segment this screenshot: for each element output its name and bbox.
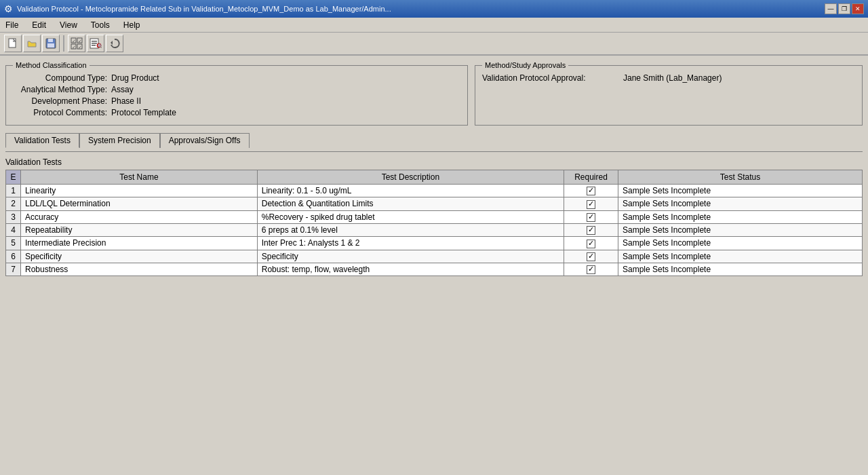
test-description-cell: %Recovery - spiked drug tablet [257, 210, 564, 223]
table-row: 4Repeatability6 preps at 0.1% levelSampl… [6, 223, 863, 236]
method-classification-panel: Method Classification Compound Type: Dru… [5, 61, 468, 126]
test-description-cell: Detection & Quantitation Limits [257, 197, 564, 210]
required-cell[interactable] [564, 223, 618, 236]
protocol-comments-label: Protocol Comments: [13, 108, 111, 117]
required-checkbox[interactable] [587, 240, 595, 248]
test-name-cell: Specificity [21, 250, 258, 263]
method-approvals-legend: Method/Study Approvals [482, 61, 568, 69]
row-number: 1 [6, 185, 21, 197]
refresh-button[interactable] [106, 35, 123, 52]
table-row: 2LDL/LQL DeterminationDetection & Quanti… [6, 197, 863, 210]
toolbar-sep-1 [63, 35, 64, 52]
app-icon: ⚙ [4, 3, 13, 14]
required-cell[interactable] [564, 197, 618, 210]
approval-value: Jane Smith (Lab_Manager) [623, 73, 722, 83]
row-number: 5 [6, 237, 21, 250]
menu-help[interactable]: Help [121, 20, 143, 31]
analytical-method-row: Analytical Method Type: Assay [13, 85, 460, 94]
test-status-cell: Sample Sets Incomplete [618, 223, 863, 236]
svg-text:🔍: 🔍 [98, 43, 102, 49]
method-approvals-panel: Method/Study Approvals Validation Protoc… [475, 61, 863, 126]
compound-type-label: Compound Type: [13, 73, 111, 83]
required-cell[interactable] [564, 185, 618, 197]
menu-file[interactable]: File [3, 20, 21, 31]
required-checkbox[interactable] [587, 213, 595, 222]
save-button[interactable] [42, 35, 60, 52]
minimize-button[interactable]: — [825, 3, 837, 14]
svg-rect-3 [47, 43, 54, 48]
window-title: Validation Protocol - Metoclopramide Rel… [17, 5, 391, 13]
report-button[interactable]: 🔍 [87, 35, 104, 52]
col-header-test-status: Test Status [618, 170, 863, 185]
svg-marker-18 [111, 41, 113, 45]
required-cell[interactable] [564, 263, 618, 276]
svg-rect-14 [92, 43, 97, 44]
test-name-cell: Accuracy [21, 210, 258, 223]
validation-tests-table: E Test Name Test Description Required Te… [5, 170, 863, 276]
required-checkbox[interactable] [587, 252, 595, 261]
svg-rect-2 [48, 39, 53, 42]
table-row: 6SpecificitySpecificitySample Sets Incom… [6, 250, 863, 263]
row-number: 2 [6, 197, 21, 210]
col-header-test-name: Test Name [21, 170, 258, 185]
test-name-cell: Robustness [21, 263, 258, 276]
svg-text:✓: ✓ [78, 39, 82, 43]
required-checkbox[interactable] [587, 200, 595, 209]
col-header-test-desc: Test Description [257, 170, 564, 185]
test-status-cell: Sample Sets Incomplete [618, 237, 863, 250]
tab-system-precision[interactable]: System Precision [79, 133, 160, 148]
test-status-cell: Sample Sets Incomplete [618, 185, 863, 197]
compound-type-row: Compound Type: Drug Product [13, 73, 460, 83]
protocol-comments-value: Protocol Template [111, 108, 176, 117]
close-button[interactable]: ✕ [852, 3, 864, 14]
menu-edit[interactable]: Edit [29, 20, 49, 31]
required-checkbox[interactable] [587, 226, 595, 235]
dev-phase-value: Phase II [111, 96, 141, 106]
test-name-cell: Linearity [21, 185, 258, 197]
table-row: 5Intermediate PrecisionInter Prec 1: Ana… [6, 237, 863, 250]
dev-phase-row: Development Phase: Phase II [13, 96, 460, 106]
table-row: 3Accuracy%Recovery - spiked drug tabletS… [6, 210, 863, 223]
menu-tools[interactable]: Tools [88, 20, 113, 31]
test-description-cell: Specificity [257, 250, 564, 263]
new-button[interactable] [4, 35, 22, 52]
validate-button[interactable]: ✓ ✓ ✓ ✓ [68, 35, 85, 52]
required-checkbox[interactable] [587, 265, 595, 274]
table-row: 7RobustnessRobust: temp, flow, wavelegth… [6, 263, 863, 276]
required-cell[interactable] [564, 237, 618, 250]
tab-approvals-sign-offs[interactable]: Approvals/Sign Offs [160, 133, 250, 148]
approval-label: Validation Protocol Approval: [482, 73, 618, 83]
test-description-cell: Inter Prec 1: Analysts 1 & 2 [257, 237, 564, 250]
table-row: 1LinearityLinearity: 0.1 - 5.0 ug/mLSamp… [6, 185, 863, 197]
row-number: 7 [6, 263, 21, 276]
required-cell[interactable] [564, 250, 618, 263]
title-bar: ⚙ Validation Protocol - Metoclopramide R… [0, 0, 868, 18]
restore-button[interactable]: ❐ [838, 3, 850, 14]
svg-rect-15 [92, 45, 96, 46]
required-cell[interactable] [564, 210, 618, 223]
col-header-required: Required [564, 170, 618, 185]
main-content: Method Classification Compound Type: Dru… [0, 56, 868, 475]
test-status-cell: Sample Sets Incomplete [618, 263, 863, 276]
test-name-cell: LDL/LQL Determination [21, 197, 258, 210]
test-status-cell: Sample Sets Incomplete [618, 197, 863, 210]
menu-view[interactable]: View [57, 20, 80, 31]
tab-content: Validation Tests E Test Name Test Descri… [5, 151, 863, 276]
required-checkbox[interactable] [587, 187, 595, 195]
col-header-rownum: E [6, 170, 21, 185]
tab-validation-tests[interactable]: Validation Tests [5, 133, 79, 148]
validation-tests-label: Validation Tests [5, 157, 863, 167]
open-button[interactable] [23, 35, 41, 52]
test-name-cell: Intermediate Precision [21, 237, 258, 250]
compound-type-value: Drug Product [111, 73, 159, 83]
analytical-method-value: Assay [111, 85, 134, 94]
svg-text:✓: ✓ [78, 45, 82, 50]
row-number: 4 [6, 223, 21, 236]
tab-bar: Validation Tests System Precision Approv… [5, 132, 863, 147]
svg-text:✓: ✓ [72, 45, 76, 50]
test-status-cell: Sample Sets Incomplete [618, 210, 863, 223]
test-name-cell: Repeatability [21, 223, 258, 236]
row-number: 6 [6, 250, 21, 263]
method-classification-legend: Method Classification [13, 61, 90, 69]
approval-row: Validation Protocol Approval: Jane Smith… [482, 73, 855, 83]
